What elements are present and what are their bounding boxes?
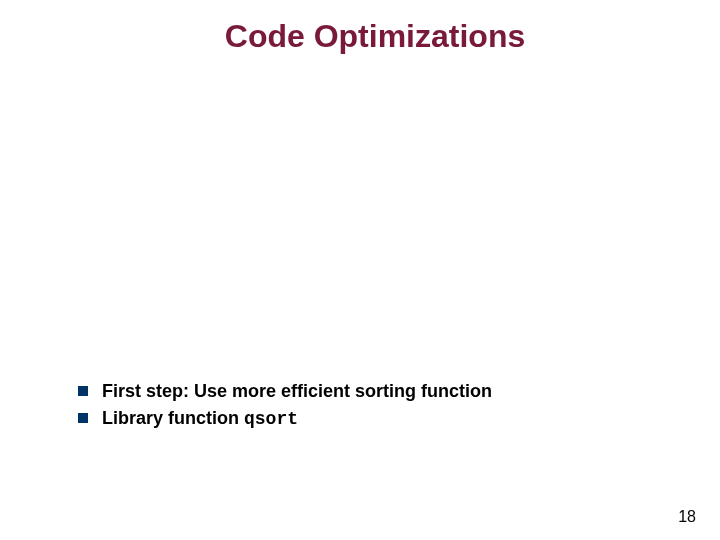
bullet-icon	[78, 386, 88, 396]
bullet-text: First step: Use more efficient sorting f…	[102, 380, 492, 403]
bullet-text-prefix: Library function	[102, 408, 244, 428]
bullet-code: qsort	[244, 409, 298, 429]
slide: Code Optimizations First step: Use more …	[0, 0, 720, 540]
page-number: 18	[678, 508, 696, 526]
bullet-list: First step: Use more efficient sorting f…	[78, 380, 680, 434]
list-item: Library function qsort	[78, 407, 680, 431]
bullet-icon	[78, 413, 88, 423]
bullet-text: Library function qsort	[102, 407, 298, 431]
list-item: First step: Use more efficient sorting f…	[78, 380, 680, 403]
slide-title: Code Optimizations	[0, 18, 720, 55]
